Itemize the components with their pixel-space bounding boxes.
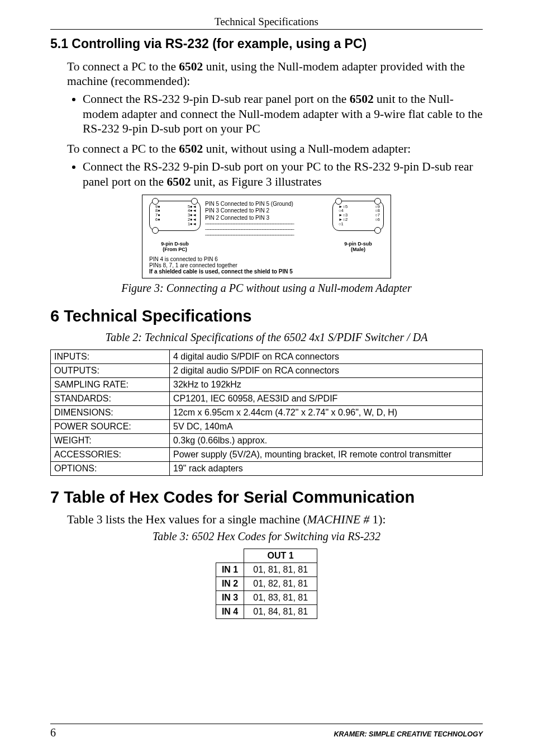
table-row: INPUTS:4 digital audio S/PDIF on RCA con… (51, 350, 483, 364)
text: To connect a PC to the (67, 60, 179, 73)
spec-key: ACCESSORIES: (51, 448, 170, 462)
spec-key: WEIGHT: (51, 434, 170, 448)
para-connect-without-adapter: To connect a PC to the 6502 unit, withou… (67, 141, 483, 156)
running-head: Technical Specifications (50, 16, 483, 28)
chapter-6-title: 6 Technical Specifications (50, 307, 483, 325)
label: PIN 5 Connected to PIN 5 (Ground) (205, 201, 328, 208)
table-row: POWER SOURCE:5V DC, 140mA (51, 420, 483, 434)
figure-3-diagram: 9● 8● 7● 6● 5●◄ 4●◄ 3●◄ 2●◄ 1●◄ PIN 5 Co… (50, 195, 483, 278)
note-bold: If a shielded cable is used, connect the… (149, 268, 384, 275)
footer-rule (50, 724, 483, 724)
spec-value: 0.3kg (0.66lbs.) approx. (170, 434, 483, 448)
bold-6502: 6502 (179, 142, 203, 155)
header-rule (50, 29, 483, 30)
pin: 1●◄ (188, 222, 197, 226)
text: Table 3 lists the Hex values for a singl… (67, 513, 307, 526)
spec-value: CP1201, IEC 60958, AES3ID and S/PDIF (170, 392, 483, 406)
left-port-label: 9-pin D-sub (From PC) (149, 242, 201, 253)
bullet-list-2: Connect the RS-232 9-pin D-sub port on y… (67, 159, 483, 188)
spec-value: Power supply (5V/2A), mounting bracket, … (170, 448, 483, 462)
screw-icon (152, 198, 159, 205)
hex-value: 01, 82, 81, 81 (244, 577, 317, 591)
screw-icon (374, 227, 381, 234)
spec-key: SAMPLING RATE: (51, 378, 170, 392)
blank-cell (216, 549, 244, 563)
table-row: ACCESSORIES:Power supply (5V/2A), mounti… (51, 448, 483, 462)
bullet-list-1: Connect the RS-232 9-pin D-sub rear pane… (67, 92, 483, 136)
pins-outer: ○9 ○8 ○7 ○6 (375, 205, 380, 222)
pins-inner: 5●◄ 4●◄ 3●◄ 2●◄ 1●◄ (188, 205, 197, 226)
label: PIN 3 Connected to PIN 2 (205, 207, 328, 215)
table-3-caption: Table 3: 6502 Hex Codes for Switching vi… (50, 530, 483, 543)
spec-value: 4 digital audio S/PDIF on RCA connectors (170, 350, 483, 364)
pin: 6● (155, 218, 160, 222)
spec-key: OPTIONS: (51, 462, 170, 476)
footer-brand: KRAMER: SIMPLE CREATIVE TECHNOLOGY (334, 730, 483, 738)
text: 9-pin D-sub (161, 241, 189, 247)
table-row: IN 101, 81, 81, 81 (216, 563, 317, 577)
table-2-caption: Table 2: Technical Specifications of the… (50, 331, 483, 344)
hex-value: 01, 84, 81, 81 (244, 605, 317, 619)
spec-key: DIMENSIONS: (51, 406, 170, 420)
bold-6502: 6502 (179, 60, 203, 73)
page-number: 6 (50, 726, 56, 739)
table-row: WEIGHT:0.3kg (0.66lbs.) approx. (51, 434, 483, 448)
hex-row-head: IN 1 (216, 563, 244, 577)
text: 9-pin D-sub (344, 241, 372, 247)
label: PIN 2 Connected to PIN 3 (205, 215, 328, 222)
table-row: IN 201, 82, 81, 81 (216, 577, 317, 591)
hex-table: OUT 1 IN 101, 81, 81, 81IN 201, 82, 81, … (216, 549, 317, 619)
hex-value: 01, 81, 81, 81 (244, 563, 317, 577)
diagram-mid-labels: PIN 5 Connected to PIN 5 (Ground) PIN 3 … (205, 201, 328, 239)
note: PINs 8, 7, 1 are connected together (149, 262, 384, 268)
text: 1): (369, 513, 386, 526)
figure-3-caption: Figure 3: Connecting a PC without using … (50, 282, 483, 295)
screw-icon (152, 227, 159, 234)
bold-6502: 6502 (350, 92, 374, 106)
text: To connect a PC to the (67, 142, 179, 155)
hex-row-head: IN 2 (216, 577, 244, 591)
text: Connect the RS-232 9-pin D-sub rear pane… (83, 92, 350, 106)
text: unit, without using a Null-modem adapter… (203, 142, 411, 155)
spec-value: 2 digital audio S/PDIF on RCA connectors (170, 364, 483, 378)
table-row: STANDARDS:CP1201, IEC 60958, AES3ID and … (51, 392, 483, 406)
hex-row-head: IN 4 (216, 605, 244, 619)
table-row: DIMENSIONS:12cm x 6.95cm x 2.44cm (4.72"… (51, 406, 483, 420)
screw-icon (191, 198, 198, 205)
pins-inner: ►○5 ○4 ►○3 ►○2 ○1 (339, 205, 348, 226)
note: PIN 4 is connected to PIN 6 (149, 256, 384, 262)
bullet-item: Connect the RS-232 9-pin D-sub port on y… (83, 159, 483, 188)
spec-key: POWER SOURCE: (51, 420, 170, 434)
left-dsub-port-icon: 9● 8● 7● 6● 5●◄ 4●◄ 3●◄ 2●◄ 1●◄ (149, 201, 201, 231)
right-dsub-port-icon: ►○5 ○4 ►○3 ►○2 ○1 ○9 ○8 ○7 ○6 (332, 201, 384, 231)
hex-row-head: IN 3 (216, 591, 244, 605)
hex-header-out1: OUT 1 (244, 549, 317, 563)
spec-table: INPUTS:4 digital audio S/PDIF on RCA con… (50, 349, 483, 476)
spec-value: 12cm x 6.95cm x 2.44cm (4.72" x 2.74" x … (170, 406, 483, 420)
table-row: OUT 1 (216, 549, 317, 563)
wire-lines: ────────────────────────────────────────… (205, 221, 328, 238)
table-row: IN 401, 84, 81, 81 (216, 605, 317, 619)
italic-machine: MACHINE # (307, 513, 370, 526)
page-footer: 6 KRAMER: SIMPLE CREATIVE TECHNOLOGY (50, 724, 483, 739)
table-row: OUTPUTS:2 digital audio S/PDIF on RCA co… (51, 364, 483, 378)
para-connect-with-adapter: To connect a PC to the 6502 unit, using … (67, 59, 483, 88)
pin: ○6 (375, 218, 380, 222)
para-table3-intro: Table 3 lists the Hex values for a singl… (67, 512, 483, 527)
section-5-1-title: 5.1 Controlling via RS-232 (for example,… (50, 36, 483, 51)
hex-value: 01, 83, 81, 81 (244, 591, 317, 605)
chapter-7-title: 7 Table of Hex Codes for Serial Communic… (50, 488, 483, 507)
text: (From PC) (163, 247, 187, 252)
bold-6502: 6502 (166, 175, 191, 188)
pins-outer: 9● 8● 7● 6● (155, 205, 160, 222)
table-row: OPTIONS:19" rack adapters (51, 462, 483, 476)
pin: ○1 (339, 222, 348, 226)
table-row: SAMPLING RATE:32kHz to 192kHz (51, 378, 483, 392)
spec-value: 32kHz to 192kHz (170, 378, 483, 392)
spec-value: 19" rack adapters (170, 462, 483, 476)
spec-key: STANDARDS: (51, 392, 170, 406)
right-port-label: 9-pin D-sub (Male) (332, 242, 384, 253)
spec-key: INPUTS: (51, 350, 170, 364)
rs232-diagram: 9● 8● 7● 6● 5●◄ 4●◄ 3●◄ 2●◄ 1●◄ PIN 5 Co… (142, 195, 391, 278)
spec-value: 5V DC, 140mA (170, 420, 483, 434)
